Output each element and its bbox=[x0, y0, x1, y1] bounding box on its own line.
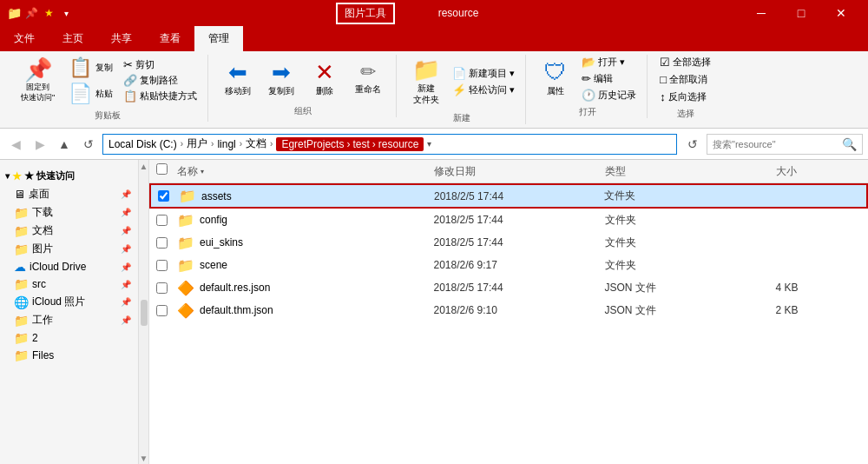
files-label: Files bbox=[32, 349, 54, 361]
paste-shortcut-label: 粘贴快捷方式 bbox=[140, 89, 197, 103]
file-row-eui-skins[interactable]: 📁 eui_skins 2018/2/5 17:44 文件夹 bbox=[149, 231, 868, 254]
config-checkbox[interactable] bbox=[156, 215, 168, 226]
default-thm-checkbox[interactable] bbox=[156, 305, 168, 316]
default-thm-size: 2 KB bbox=[776, 304, 862, 316]
sidebar-scroll-thumb[interactable] bbox=[141, 300, 148, 326]
pin-to-quick-access-button[interactable]: 📌 固定到快速访问" bbox=[14, 55, 62, 106]
history-button[interactable]: 🕐 历史记录 bbox=[578, 88, 640, 103]
sidebar-scrollbar[interactable]: ▲ ▼ bbox=[139, 160, 149, 464]
assets-checkbox[interactable] bbox=[158, 190, 169, 202]
deselect-all-button[interactable]: □ 全部取消 bbox=[656, 72, 711, 87]
col-header-type[interactable]: 类型 bbox=[605, 164, 776, 179]
sidebar-item-icloud-drive[interactable]: ☁ iCloud Drive 📌 bbox=[0, 258, 138, 275]
new-item-icon: 📄 bbox=[452, 67, 466, 80]
refresh-path-button[interactable]: ↺ bbox=[682, 134, 703, 155]
file-row-scene[interactable]: 📁 scene 2018/2/6 9:17 文件夹 bbox=[149, 254, 868, 276]
select-all-button[interactable]: ☑ 全部选择 bbox=[656, 55, 714, 70]
file-row-default-thm[interactable]: 🔶 default.thm.json 2018/2/6 9:10 JSON 文件… bbox=[149, 299, 868, 321]
select-all-label: 全部选择 bbox=[673, 56, 711, 69]
sidebar-scroll-up[interactable]: ▲ bbox=[138, 160, 150, 173]
new-item-button[interactable]: 📄 新建项目 ▾ bbox=[449, 66, 518, 81]
forward-button[interactable]: ▶ bbox=[30, 134, 50, 155]
config-date: 2018/2/5 17:44 bbox=[434, 214, 605, 226]
tab-file[interactable]: 文件 bbox=[0, 26, 49, 51]
assets-name-cell: 📁 assets bbox=[179, 188, 434, 204]
sidebar-item-icloud-photos[interactable]: 🌐 iCloud 照片 📌 bbox=[0, 293, 138, 311]
search-box[interactable]: 🔍 bbox=[707, 134, 863, 155]
select-all-checkbox[interactable] bbox=[156, 163, 168, 175]
assets-type: 文件夹 bbox=[604, 189, 774, 203]
copy-to-button[interactable]: ➡ 复制到 bbox=[260, 57, 302, 100]
assets-checkbox-cell[interactable] bbox=[158, 190, 174, 202]
eui-checkbox-cell[interactable] bbox=[156, 237, 172, 249]
sidebar-item-downloads[interactable]: 📁 下载 📌 bbox=[0, 203, 138, 222]
icloud-drive-icon: ☁ bbox=[14, 260, 26, 274]
scissors-icon: ✂ bbox=[123, 58, 133, 71]
col-header-name[interactable]: 名称 ▾ bbox=[177, 164, 434, 179]
col-header-size[interactable]: 大小 bbox=[776, 164, 862, 179]
open-button[interactable]: 📂 打开 ▾ bbox=[578, 55, 640, 70]
refresh-button[interactable]: ↺ bbox=[78, 134, 99, 155]
documents-pin-icon: 📌 bbox=[121, 226, 131, 235]
col-header-date[interactable]: 修改日期 bbox=[434, 164, 605, 179]
close-button[interactable]: ✕ bbox=[821, 0, 861, 26]
tab-home[interactable]: 主页 bbox=[49, 26, 97, 51]
edit-button[interactable]: ✏ 编辑 bbox=[578, 71, 640, 86]
sidebar-item-files[interactable]: 📁 Files bbox=[0, 347, 138, 364]
default-res-checkbox[interactable] bbox=[156, 282, 168, 294]
config-checkbox-cell[interactable] bbox=[156, 215, 172, 226]
item2-label: 2 bbox=[32, 332, 38, 344]
address-path[interactable]: Local Disk (C:) › 用户 › lingl › 文档 › Egre… bbox=[102, 134, 677, 155]
tab-view[interactable]: 查看 bbox=[146, 26, 194, 51]
delete-button[interactable]: ✕ 删除 bbox=[304, 57, 345, 100]
window-controls: ─ □ ✕ bbox=[741, 0, 861, 26]
delete-label: 删除 bbox=[316, 85, 333, 96]
new-buttons: 📁 新建文件夹 📄 新建项目 ▾ ⚡ 轻松访问 ▾ bbox=[405, 55, 518, 109]
cut-button[interactable]: ✂ 剪切 bbox=[120, 57, 201, 72]
work-icon: 📁 bbox=[14, 314, 29, 328]
file-list-area: ▾ ★ ★ 快速访问 🖥 桌面 📌 📁 下载 📌 📁 文档 📌 📁 图片 📌 ☁… bbox=[0, 160, 868, 464]
pin-quick-icon: 📌 bbox=[24, 58, 52, 81]
col-type-label: 类型 bbox=[605, 164, 626, 179]
copy-button[interactable]: 📋 复制 bbox=[63, 56, 118, 80]
invert-select-button[interactable]: ↕ 反向选择 bbox=[656, 89, 710, 104]
sidebar-item-2[interactable]: 📁 2 bbox=[0, 329, 138, 347]
file-row-default-res[interactable]: 🔶 default.res.json 2018/2/5 17:44 JSON 文… bbox=[149, 276, 868, 299]
scene-checkbox[interactable] bbox=[156, 260, 168, 271]
paste-shortcut-button[interactable]: 📋 粘贴快捷方式 bbox=[120, 89, 201, 103]
easy-access-button[interactable]: ⚡ 轻松访问 ▾ bbox=[449, 83, 518, 97]
new-folder-button[interactable]: 📁 新建文件夹 bbox=[405, 55, 447, 109]
copy-path-label: 复制路径 bbox=[140, 74, 178, 87]
file-row-assets[interactable]: 📁 assets 2018/2/5 17:44 文件夹 bbox=[149, 183, 868, 209]
eui-checkbox[interactable] bbox=[156, 237, 168, 249]
tab-share[interactable]: 共享 bbox=[97, 26, 146, 51]
sidebar-item-work[interactable]: 📁 工作 📌 bbox=[0, 311, 138, 329]
address-bar: ◀ ▶ ▲ ↺ Local Disk (C:) › 用户 › lingl › 文… bbox=[0, 129, 868, 160]
back-button[interactable]: ◀ bbox=[5, 134, 26, 155]
default-thm-name: default.thm.json bbox=[200, 304, 273, 316]
default-thm-checkbox-cell[interactable] bbox=[156, 305, 172, 316]
maximize-button[interactable]: □ bbox=[781, 0, 821, 26]
quick-access-header[interactable]: ▾ ★ ★ 快速访问 bbox=[0, 167, 138, 185]
header-checkbox[interactable] bbox=[156, 163, 172, 179]
paste-icon: 📄 bbox=[69, 84, 92, 103]
paste-button[interactable]: 📄 粘贴 bbox=[63, 82, 118, 106]
file-row-config[interactable]: 📁 config 2018/2/5 17:44 文件夹 bbox=[149, 209, 868, 231]
sidebar-item-pictures[interactable]: 📁 图片 📌 bbox=[0, 240, 138, 258]
desktop-pin-icon: 📌 bbox=[121, 189, 131, 199]
scene-checkbox-cell[interactable] bbox=[156, 260, 172, 271]
copy-path-button[interactable]: 🔗 复制路径 bbox=[120, 73, 201, 88]
properties-button[interactable]: 🛡 属性 bbox=[535, 57, 576, 100]
minimize-button[interactable]: ─ bbox=[741, 0, 781, 26]
sidebar-scroll-down[interactable]: ▼ bbox=[138, 452, 150, 464]
sidebar-item-src[interactable]: 📁 src 📌 bbox=[0, 275, 138, 293]
search-input[interactable] bbox=[713, 139, 838, 149]
up-button[interactable]: ▲ bbox=[54, 134, 75, 155]
move-to-button[interactable]: ⬅ 移动到 bbox=[217, 57, 259, 100]
sidebar-item-documents[interactable]: 📁 文档 📌 bbox=[0, 222, 138, 240]
sidebar-item-desktop[interactable]: 🖥 桌面 📌 bbox=[0, 185, 138, 203]
tab-manage[interactable]: 管理 bbox=[194, 26, 243, 51]
rename-button[interactable]: ✏ 重命名 bbox=[347, 59, 389, 98]
easy-access-label: 轻松访问 ▾ bbox=[469, 83, 515, 96]
default-res-checkbox-cell[interactable] bbox=[156, 282, 172, 294]
